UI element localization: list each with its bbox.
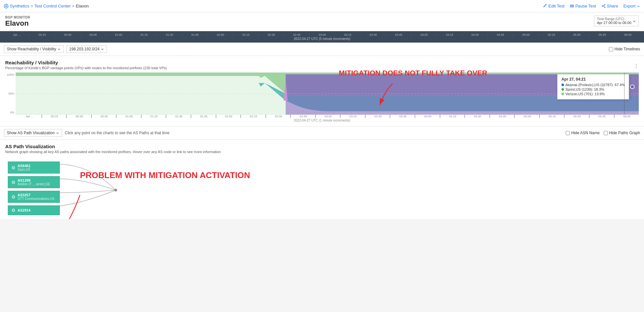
chart-tick: 04:45 [490, 115, 515, 118]
svg-point-3 [604, 5, 605, 6]
chart-tick: 01:30 [166, 115, 191, 118]
as-node-box-3257: ⚙ AS3257 GTT Communications,US [8, 191, 60, 203]
chart-tick: 01:45 [191, 115, 216, 118]
time-range-chevron-icon [633, 20, 636, 23]
breadcrumb: Synthetics > Test Control Center > Elavo… [4, 4, 89, 8]
timeline-tick: 04:45 [487, 33, 513, 36]
timeline-tick: 00:15 [29, 33, 54, 36]
chart-tick: 02:00 [216, 115, 241, 118]
hide-asn-checkbox[interactable] [566, 131, 570, 135]
timeline-tick: 02:15 [233, 33, 258, 36]
hide-paths-checkbox[interactable] [604, 131, 608, 135]
chart-cursor-line [624, 72, 624, 115]
timeline-tick: 00:45 [80, 33, 105, 36]
as-path-controls: Show AS Path Visualization Click any poi… [0, 126, 644, 140]
as-dropdown-chevron-icon [56, 131, 59, 135]
tooltip-dot-1 [561, 84, 564, 86]
export-button[interactable]: Export [623, 4, 640, 8]
timeline-tick: 01:15 [131, 33, 156, 36]
top-nav: Synthetics > Test Control Center > Elavo… [0, 0, 644, 12]
reachability-more-button[interactable]: ⋮ [634, 63, 639, 69]
chart-bottom-label: 2022-04-27 UTC (1 minute increments) [5, 119, 639, 122]
hide-asn-checkbox-label[interactable]: Hide ASN Name [566, 131, 599, 135]
chart-tick: 05:30 [564, 115, 589, 118]
as-node-2914[interactable]: ⚙ AS2914 [8, 205, 60, 215]
synthetics-nav-icon [4, 4, 8, 8]
timeline-tick: 05:30 [564, 33, 589, 36]
as-path-dropdown[interactable]: Show AS Path Visualization [4, 129, 62, 137]
chart-tick: 03:30 [365, 115, 390, 118]
timeline-tick: 03:45 [386, 33, 411, 36]
reachability-chart[interactable]: Apr 27, 04:21 Akamai (Prolexic),US (3278… [16, 72, 639, 115]
as-node-info-6461: AS6461 Zayo,US [18, 164, 31, 171]
timeline-tick: 05:00 [513, 33, 538, 36]
page-subtitle: BGP MONITOR [5, 16, 30, 19]
timeline-tick: 04:00 [411, 33, 436, 36]
chart-tick: 04:00 [415, 115, 440, 118]
time-range-selector[interactable]: Time Range (UTC) Apr 27 00:00 to 06:00 [594, 16, 639, 26]
chart-tick: 01:15 [141, 115, 166, 118]
share-button[interactable]: Share [601, 4, 618, 8]
page-header: BGP MONITOR Elavon Time Range (UTC) Apr … [0, 12, 644, 31]
chart-tick: 00:45 [91, 115, 116, 118]
hide-timelines-checkbox-label[interactable]: Hide Timelines [609, 47, 640, 51]
as-graph-container: ⚙ AS6461 Zayo,US ⚙ AS1299 Arelion (T ...… [5, 158, 639, 215]
timeline-ticks: Apr ...00:1500:3000:4501:0001:1501:3001:… [4, 33, 640, 36]
time-range-value: Apr 27 00:00 to 06:00 [597, 21, 631, 25]
timeline-tick: 04:15 [436, 33, 462, 36]
timeline-tick: 05:15 [538, 33, 564, 36]
chart-tick: 04:15 [440, 115, 465, 118]
as-controls-right: Hide ASN Name Hide Paths Graph [566, 131, 640, 135]
reachability-controls-right: Hide Timelines [609, 47, 640, 51]
edit-test-button[interactable]: Edit Test [543, 4, 565, 8]
chart-tick: 03:15 [340, 115, 365, 118]
as-node-router-icon-6461: ⚙ [11, 165, 16, 170]
chart-tooltip: Apr 27, 04:21 Akamai (Prolexic),US (3278… [557, 74, 629, 99]
reachability-controls: Show Reachability / Visibility 198.203.1… [0, 43, 644, 56]
timeline-tick: 01:45 [182, 33, 207, 36]
as-node-info-1299: AS1299 Arelion (T ... arrier),SE [18, 178, 50, 186]
chart-tick: 00:15 [42, 115, 67, 118]
hide-timelines-checkbox[interactable] [609, 47, 613, 51]
chart-bottom-ticks: Apr ...00:1500:3000:4501:0001:1501:3001:… [5, 115, 639, 118]
test-control-center-breadcrumb[interactable]: Test Control Center [34, 4, 71, 8]
as-node-info-2914: AS2914 [18, 208, 31, 212]
chart-tick: 00:30 [66, 115, 91, 118]
synthetics-breadcrumb[interactable]: Synthetics [10, 4, 29, 8]
timeline-tick: 01:30 [156, 33, 182, 36]
as-node-6461[interactable]: ⚙ AS6461 Zayo,US [8, 162, 60, 174]
as-node-router-icon-1299: ⚙ [11, 180, 16, 185]
timeline-bar: Apr ...00:1500:3000:4501:0001:1501:3001:… [0, 31, 644, 43]
tooltip-row-2: Sprint,US (1239): 18.3% [561, 87, 625, 91]
as-node-3257[interactable]: ⚙ AS3257 GTT Communications,US [8, 191, 60, 203]
nav-actions: Edit Test Pause Test Share Export [543, 4, 640, 8]
reachability-chart-wrapper: MITIGATION DOES NOT FULLY TAKE OVER 100%… [5, 72, 639, 122]
hide-paths-checkbox-label[interactable]: Hide Paths Graph [604, 131, 640, 135]
reachability-section: Reachability / Visibility Percentage of … [0, 56, 644, 126]
time-range-label: Time Range (UTC) [597, 17, 631, 21]
tooltip-row-3: Verizon,US (701): 13.9% [561, 92, 625, 96]
tooltip-cursor [630, 84, 635, 89]
timeline-tick: Apr ... [4, 33, 29, 36]
prefix-dropdown[interactable]: 198.203.192.0/24 [66, 45, 107, 53]
svg-point-4 [602, 6, 603, 6]
dropdown-chevron-icon [58, 47, 61, 51]
page-title: Elavon [5, 19, 30, 28]
svg-rect-2 [572, 5, 573, 7]
chart-tick: 01:00 [116, 115, 141, 118]
as-node-1299[interactable]: ⚙ AS1299 Arelion (T ... arrier),SE [8, 176, 60, 188]
timeline-tick: 00:30 [55, 33, 80, 36]
prefix-chevron-icon [101, 47, 104, 51]
pause-test-button[interactable]: Pause Test [570, 4, 596, 8]
page-header-left: BGP MONITOR Elavon [5, 16, 30, 28]
as-path-hint: Click any point on the charts to see the… [65, 131, 169, 135]
timeline-tick: 02:30 [258, 33, 283, 36]
reachability-dropdown[interactable]: Show Reachability / Visibility [4, 45, 64, 53]
chart-tick: 03:45 [390, 115, 415, 118]
as-path-subtitle: Network graph showing all key AS paths a… [5, 150, 639, 154]
chart-tick: 03:00 [315, 115, 340, 118]
as-path-section: AS Path Visualization Network graph show… [0, 140, 644, 219]
reachability-subtitle: Percentage of Kentik's BGP vantage point… [5, 66, 167, 70]
current-breadcrumb: Elavon [76, 4, 89, 8]
svg-rect-1 [571, 5, 572, 7]
